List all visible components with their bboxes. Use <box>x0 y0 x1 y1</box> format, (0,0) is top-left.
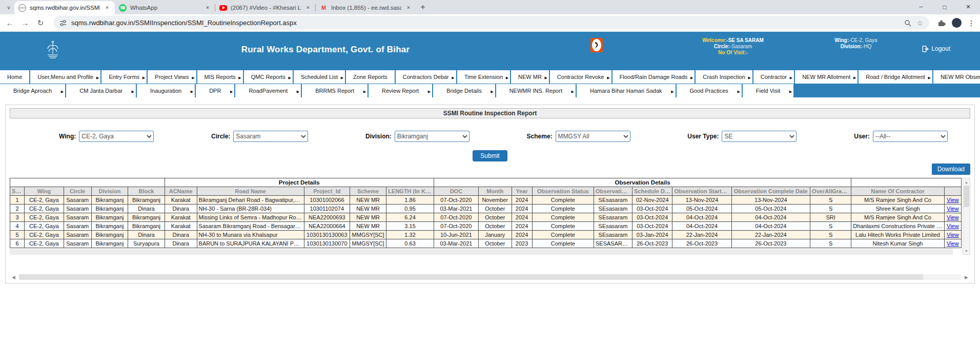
menu-item[interactable]: Home <box>0 70 29 84</box>
tab-close-icon[interactable] <box>304 4 312 11</box>
filter-group: Scheme: MMGSY All <box>527 131 630 142</box>
menu-item[interactable]: Contractor Revoke <box>550 70 611 84</box>
column-header: LENGTH (In KM) <box>386 187 434 196</box>
new-tab-button[interactable] <box>416 1 430 14</box>
menu-item[interactable]: Project Views <box>148 70 196 84</box>
tab-close-icon[interactable] <box>204 4 211 11</box>
user-type-select[interactable]: SE <box>722 131 797 142</box>
welcome-block: Welcome:-SE SA SARAM Circle:-Sasaram No … <box>671 37 794 56</box>
submenu-arrow-icon <box>671 88 673 94</box>
column-header: SlNo <box>10 187 25 196</box>
submenu-arrow-icon <box>230 88 233 94</box>
menu-item[interactable]: Hamara Bihar Hamari Sadak <box>577 84 676 97</box>
back-icon[interactable]: ← <box>5 18 14 27</box>
division-select[interactable]: Bikramganj <box>395 131 469 142</box>
column-header: Name Of Contractor <box>851 187 944 196</box>
menu-item-label: NEW MR Allotment <box>802 74 850 80</box>
table-cell: S <box>810 239 851 248</box>
browser-menu-icon[interactable] <box>968 19 975 27</box>
submenu-arrow-icon <box>132 88 134 94</box>
table-cell: 1030130130070 <box>304 239 350 248</box>
table-cell: Sasaram <box>64 196 91 205</box>
close-button[interactable] <box>956 0 980 14</box>
menu-item[interactable]: QMC Reports <box>244 70 293 84</box>
menu-item[interactable]: DPR <box>196 84 234 97</box>
horizontal-scroll-track[interactable] <box>19 274 961 280</box>
browser-tab[interactable]: Inbox (1,855) - ee.rwd.sasaram <box>316 1 416 14</box>
menu-item[interactable]: NEW MR <box>511 70 549 84</box>
extensions-puzzle-icon[interactable] <box>937 19 946 27</box>
submit-button[interactable]: Submit <box>473 150 507 161</box>
scroll-left-icon[interactable] <box>10 275 17 280</box>
table-horizontal-scrollbar[interactable] <box>10 249 953 255</box>
page-horizontal-scrollbar[interactable] <box>10 273 970 281</box>
reload-icon[interactable]: ↻ <box>36 18 45 28</box>
menu-item[interactable]: Entry Forms <box>101 70 147 84</box>
menu-item[interactable]: Bridge Aproach <box>0 84 65 97</box>
menu-item[interactable]: Zone Reports <box>346 70 395 84</box>
menu-item-label: Review Report <box>382 88 419 94</box>
forward-icon[interactable]: → <box>21 18 30 27</box>
table-cell: CE-2, Gaya <box>24 213 64 222</box>
maximize-button[interactable] <box>933 0 956 14</box>
scroll-right-icon[interactable] <box>963 275 970 280</box>
table-cell: SEsasaram <box>594 222 632 231</box>
profile-avatar[interactable] <box>952 18 962 28</box>
tab-close-icon[interactable] <box>405 4 412 11</box>
vertical-scroll-thumb[interactable] <box>964 186 969 207</box>
column-header: Observation StartDate <box>672 187 731 196</box>
menu-item[interactable]: NEWMR INS. Report <box>496 84 576 97</box>
menu-item[interactable]: Contractors Debar <box>396 70 456 84</box>
scroll-up-icon[interactable] <box>965 178 968 186</box>
menu-item-label: Entry Forms <box>109 74 139 80</box>
table-cell: Bikramganj <box>128 222 165 231</box>
menu-item[interactable]: Field Visit <box>743 84 793 97</box>
table-cell: 2024 <box>512 222 532 231</box>
circle-select[interactable]: Sasaram <box>233 131 308 142</box>
view-link[interactable]: View <box>947 232 959 238</box>
filter-label: Wing: <box>59 133 76 140</box>
browser-tab[interactable]: WhatsApp <box>115 1 215 14</box>
menu-item[interactable]: Inauguration <box>137 84 195 97</box>
view-link[interactable]: View <box>947 197 959 203</box>
tab-search-chevron-icon[interactable] <box>3 2 14 13</box>
menu-item[interactable]: NEW MR Allotment <box>795 70 858 84</box>
menu-item[interactable]: Bridge Details <box>433 84 495 97</box>
menu-item[interactable]: NEW MR Observation <box>933 70 980 84</box>
browser-tab[interactable]: (2067) #Video - #Khesari Lal Ya <box>215 1 316 14</box>
menu-item[interactable]: RoadPavement <box>235 84 301 97</box>
tab-close-icon[interactable] <box>104 4 111 11</box>
table-cell: BARUN to SURAJPURA KALAYANI PWD ROAD <box>197 239 304 248</box>
menu-item[interactable]: BRRMS Report <box>302 84 368 97</box>
menu-item[interactable]: Good Practices <box>677 84 742 97</box>
minimize-button[interactable] <box>909 0 933 14</box>
horizontal-scroll-thumb[interactable] <box>19 274 923 280</box>
vertical-scrollbar[interactable] <box>963 178 970 255</box>
scroll-down-icon[interactable] <box>965 247 968 254</box>
url-omnibox[interactable]: sqms.rwdbihar.gov.in/SSMIInspenction/SSM… <box>53 16 929 30</box>
search-zoom-icon[interactable] <box>904 19 911 27</box>
logout-button[interactable]: Logout <box>922 45 950 52</box>
menu-item[interactable]: Review Report <box>369 84 432 97</box>
menu-item[interactable]: Contractor <box>753 70 794 84</box>
menu-item[interactable]: CM Janta Darbar <box>66 84 136 97</box>
wing-select[interactable]: CE-2, Gaya <box>79 131 154 142</box>
menu-item[interactable]: Scheduled List <box>294 70 345 84</box>
menu-item[interactable]: User,Menu and Profile <box>30 70 100 84</box>
menu-item[interactable]: Time Extension <box>457 70 510 84</box>
site-info-icon[interactable] <box>59 19 67 27</box>
menu-item[interactable]: Flood/Rain Damage Roads <box>612 70 695 84</box>
menu-item[interactable]: Road / Bridge Allotment <box>859 70 932 84</box>
view-link[interactable]: View <box>947 206 959 212</box>
view-link[interactable]: View <box>947 223 959 229</box>
menu-item[interactable]: MIS Reports <box>197 70 243 84</box>
table-cell: CE-2, Gaya <box>24 222 64 231</box>
bookmark-star-icon[interactable] <box>916 19 923 27</box>
browser-tab[interactable]: sqms.rwdbihar.gov.in/SSMIInsp <box>14 1 115 14</box>
download-button[interactable]: Download <box>932 164 970 175</box>
menu-item[interactable]: Crash Inspection <box>696 70 752 84</box>
user-select[interactable]: --All-- <box>873 131 948 142</box>
view-link[interactable]: View <box>947 214 959 220</box>
view-link[interactable]: View <box>947 240 959 247</box>
scheme-select[interactable]: MMGSY All <box>556 131 630 142</box>
